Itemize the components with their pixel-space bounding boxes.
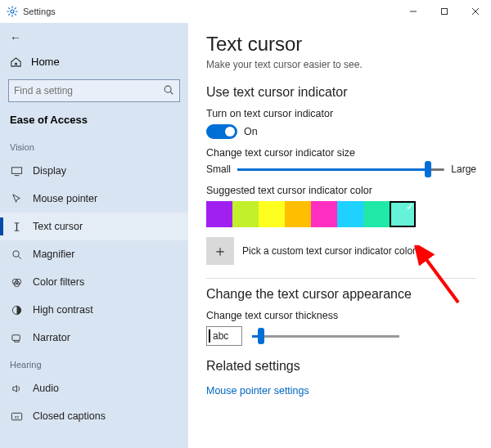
settings-window: Settings ← Home	[0, 0, 491, 448]
color-swatch-3[interactable]	[285, 201, 311, 227]
nav-label: Audio	[33, 383, 59, 394]
closed-captions-icon: cc	[10, 410, 23, 423]
color-swatch-1[interactable]	[232, 201, 259, 227]
window-controls	[398, 0, 491, 23]
slider-fill	[237, 168, 428, 171]
preview-text: abc	[213, 330, 228, 342]
back-arrow-icon: ←	[10, 31, 21, 44]
sidebar-home[interactable]: Home	[0, 49, 188, 74]
separator	[206, 278, 476, 279]
toggle-label: Turn on text cursor indicator	[206, 108, 476, 119]
page-subtitle: Make your text cursor easier to see.	[206, 59, 476, 70]
color-swatch-4[interactable]	[311, 201, 337, 227]
window-title: Settings	[23, 7, 56, 16]
indicator-size-slider[interactable]	[237, 168, 444, 171]
toggle-track	[206, 124, 237, 139]
display-icon	[10, 164, 23, 177]
toggle-thumb	[225, 127, 235, 137]
main-content: Text cursor Make your text cursor easier…	[188, 23, 491, 448]
custom-color-row[interactable]: ＋ Pick a custom text cursor indicator co…	[206, 237, 476, 265]
search-box[interactable]	[8, 79, 180, 102]
search-input[interactable]	[14, 85, 145, 96]
svg-line-6	[170, 92, 173, 94]
nav-label: Closed captions	[33, 410, 106, 422]
sidebar-item-audio[interactable]: Audio	[0, 374, 188, 402]
narrator-icon	[10, 331, 23, 344]
custom-color-label: Pick a custom text cursor indicator colo…	[242, 245, 416, 257]
svg-point-12	[12, 250, 19, 257]
sidebar: ← Home Ease of Access Vision Display	[0, 23, 188, 448]
home-label: Home	[31, 56, 60, 68]
home-icon	[10, 56, 23, 68]
color-swatches	[206, 201, 476, 227]
nav-label: Magnifier	[33, 249, 74, 260]
thickness-row: abc	[206, 326, 476, 346]
svg-line-13	[18, 256, 20, 258]
section-related-heading: Related settings	[206, 359, 476, 374]
svg-text:cc: cc	[14, 414, 19, 419]
back-button[interactable]: ←	[0, 26, 188, 49]
search-icon	[163, 84, 174, 98]
slider-knob[interactable]	[425, 161, 431, 177]
color-swatch-5[interactable]	[337, 201, 363, 227]
slider-knob[interactable]	[258, 328, 264, 344]
svg-rect-7	[11, 167, 21, 173]
toggle-state: On	[244, 126, 258, 137]
sidebar-item-narrator[interactable]: Narrator	[0, 324, 188, 352]
plus-icon: ＋	[213, 241, 227, 261]
add-custom-color-button[interactable]: ＋	[206, 237, 234, 265]
sidebar-item-closed-captions[interactable]: cc Closed captions	[0, 402, 188, 430]
cursor-indicator-toggle[interactable]: On	[206, 124, 476, 139]
related-link-mouse-pointer[interactable]: Mouse pointer settings	[206, 385, 309, 396]
high-contrast-icon	[10, 303, 23, 316]
svg-point-0	[11, 10, 14, 13]
group-vision: Vision	[0, 134, 188, 157]
sidebar-item-magnifier[interactable]: Magnifier	[0, 240, 188, 268]
nav-label: High contrast	[33, 304, 93, 316]
group-hearing: Hearing	[0, 352, 188, 374]
color-swatch-2[interactable]	[259, 201, 285, 227]
maximize-button[interactable]	[429, 0, 460, 23]
size-label: Change text cursor indicator size	[206, 147, 476, 159]
section-header: Ease of Access	[0, 110, 188, 134]
color-swatch-6[interactable]	[363, 201, 390, 227]
settings-icon	[7, 6, 18, 17]
page-title: Text cursor	[206, 33, 476, 56]
minimize-button[interactable]	[398, 0, 429, 23]
sidebar-item-high-contrast[interactable]: High contrast	[0, 296, 188, 324]
sidebar-item-color-filters[interactable]: Color filters	[0, 268, 188, 296]
size-max-label: Large	[451, 164, 476, 175]
color-swatch-0[interactable]	[206, 201, 232, 227]
svg-rect-2	[442, 9, 448, 15]
audio-icon	[10, 382, 23, 395]
sidebar-item-text-cursor[interactable]: Text cursor	[0, 213, 188, 240]
magnifier-icon	[10, 248, 23, 261]
sidebar-item-display[interactable]: Display	[0, 157, 188, 185]
thickness-label: Change text cursor thickness	[206, 310, 476, 321]
color-swatch-7[interactable]	[390, 201, 416, 227]
indicator-size-slider-row: Small Large	[206, 164, 476, 175]
nav-label: Mouse pointer	[33, 193, 97, 204]
nav-label: Color filters	[33, 276, 84, 288]
sidebar-item-mouse-pointer[interactable]: Mouse pointer	[0, 185, 188, 213]
section-appearance-heading: Change the text cursor appearance	[206, 287, 476, 302]
caret-preview	[209, 329, 210, 343]
thickness-preview: abc	[206, 326, 242, 346]
titlebar: Settings	[0, 0, 491, 23]
size-min-label: Small	[206, 164, 231, 175]
svg-point-5	[164, 86, 171, 92]
thickness-slider[interactable]	[252, 335, 399, 338]
mouse-pointer-icon	[10, 192, 23, 205]
text-cursor-icon	[10, 220, 23, 233]
svg-rect-18	[11, 334, 19, 340]
nav-label: Text cursor	[33, 221, 83, 232]
section-indicator-heading: Use text cursor indicator	[206, 85, 476, 100]
close-button[interactable]	[460, 0, 491, 23]
color-filters-icon	[10, 276, 23, 289]
nav-label: Narrator	[33, 332, 70, 343]
color-label: Suggested text cursor indicator color	[206, 185, 476, 196]
nav-label: Display	[33, 165, 66, 177]
